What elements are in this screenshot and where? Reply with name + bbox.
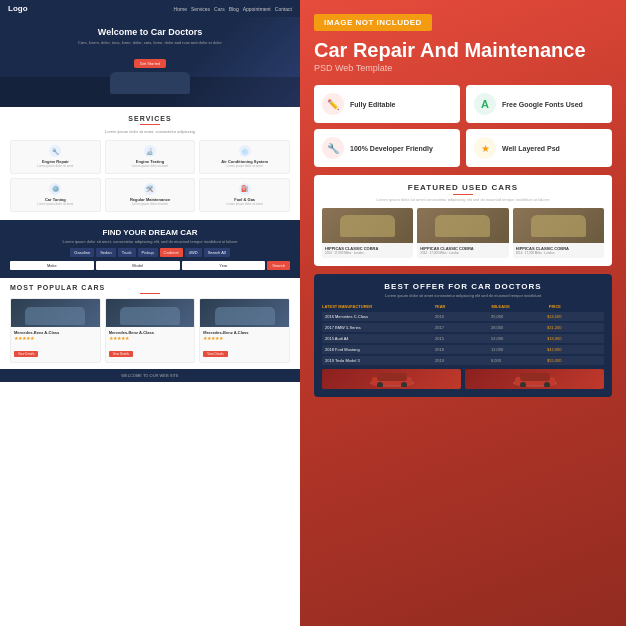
year-select[interactable]: Year — [182, 261, 266, 270]
featured-car-img-3 — [513, 208, 604, 243]
product-title-block: Car Repair And Maintenance PSD Web Templ… — [314, 39, 612, 73]
table-row: 2018 Ford Mustang 2018 12,000 $42,000 — [322, 345, 604, 354]
list-item: ⚙️ Car Tuning Lorem ipsum dolor sit amet — [10, 178, 101, 212]
view-details-button-3[interactable]: View Details — [203, 351, 227, 357]
services-desc: Lorem ipsum dolor sit amet, consectetur … — [10, 129, 290, 134]
layers-icon: ★ — [474, 137, 496, 159]
filter-truck[interactable]: Truck — [118, 248, 136, 257]
offer-year-2: 2017 — [435, 325, 489, 330]
model-select[interactable]: Model — [96, 261, 180, 270]
featured-header: FEATURED USED CARS Lorem ipsum dolor sit… — [322, 183, 604, 202]
filter-sedan[interactable]: Sedan — [96, 248, 116, 257]
car-shape — [110, 72, 190, 94]
offer-model-5: 2019 Tesla Model 3 — [325, 358, 433, 363]
offer-price-2: $31,200 — [547, 325, 601, 330]
site-footer: WELCOME TO OUR WEB SITE — [0, 369, 300, 382]
offer-bottom — [322, 369, 604, 389]
filter-carbinet[interactable]: Carbinet — [160, 248, 183, 257]
offer-table-header: LATEST MANUFACTURER YEAR MILEAGE PRICE — [322, 304, 604, 309]
table-row: HIPPICAS CLASSIC COBRA 2014 · 17,000 Mil… — [417, 208, 508, 258]
table-row: Mercedes-Benz A-Class ★★★★★ View Details — [199, 298, 290, 363]
feature-title-1: Fully Editable — [350, 101, 396, 108]
feature-text-developer: 100% Developer Friendly — [350, 145, 433, 152]
featured-title: FEATURED USED CARS — [322, 183, 604, 192]
offer-year-4: 2018 — [435, 347, 489, 352]
offer-mileage-5: 8,000 — [491, 358, 545, 363]
car-image-2 — [106, 299, 195, 327]
car-image-1 — [11, 299, 100, 327]
find-car-section: FIND YOUR DREAM CAR Lorem ipsum dolor si… — [0, 220, 300, 278]
service-desc: Lorem ipsum dolor sit amet — [15, 165, 96, 169]
edit-icon: ✏️ — [322, 93, 344, 115]
developer-icon: 🔧 — [322, 137, 344, 159]
make-select[interactable]: Make — [10, 261, 94, 270]
filter-gasoline[interactable]: Gasoline — [70, 248, 94, 257]
featured-car-img-2 — [417, 208, 508, 243]
offer-model-3: 2015 Audi A4 — [325, 336, 433, 341]
feature-title-2: Free Google Fonts Used — [502, 101, 583, 108]
search-button[interactable]: Search — [267, 261, 290, 270]
table-row: 2017 BMW 5-Series 2017 28,000 $31,200 — [322, 323, 604, 332]
featured-divider — [453, 194, 473, 195]
testing-icon: 🔬 — [144, 145, 156, 157]
footer-text: WELCOME TO OUR WEB SITE — [4, 373, 296, 378]
featured-car-shape-1 — [340, 215, 395, 237]
featured-car-detail-1: 2014 · 17,000 Miles · London — [325, 251, 410, 255]
site-header: Logo Home Services Cars Blog Appointment… — [0, 0, 300, 17]
car-silhouette — [12, 69, 288, 97]
featured-car-info-1: HIPPICAS CLASSIC COBRA 2014 · 17,000 Mil… — [322, 243, 413, 258]
services-section: SERVICES Lorem ipsum dolor sit amet, con… — [0, 107, 300, 220]
table-row: 2016 Mercedes C-Class 2016 35,000 $24,50… — [322, 312, 604, 321]
car-shape-3 — [215, 307, 275, 325]
hero-section: Welcome to Car Doctors Cars, lorem, dolo… — [0, 17, 300, 107]
car-svg-2 — [510, 371, 560, 387]
offer-model-2: 2017 BMW 5-Series — [325, 325, 433, 330]
table-row: HIPPICAS CLASSIC COBRA 2014 · 17,000 Mil… — [322, 208, 413, 258]
find-car-desc: Lorem ipsum dolor sit amet, consectetur … — [10, 239, 290, 244]
car-image-3 — [200, 299, 289, 327]
fonts-icon: A — [474, 93, 496, 115]
find-car-title: FIND YOUR DREAM CAR — [10, 228, 290, 237]
col-header-year: YEAR — [434, 304, 489, 309]
offer-mileage-1: 35,000 — [491, 314, 545, 319]
offer-mileage-4: 12,000 — [491, 347, 545, 352]
car-stars-1: ★★★★★ — [14, 335, 97, 341]
list-item: ❄️ Air Conditioning System Lorem ipsum d… — [199, 140, 290, 174]
website-preview: Logo Home Services Cars Blog Appointment… — [0, 0, 300, 626]
services-divider — [140, 124, 160, 125]
car-info-1: Mercedes-Benz A-Class ★★★★★ View Details — [11, 327, 100, 362]
best-offer-title: BEST OFFER FOR CAR DOCTORS — [322, 282, 604, 291]
featured-car-detail-3: 2014 · 17,000 Miles · London — [516, 251, 601, 255]
table-row: Mercedes-Benz A-Class ★★★★★ View Details — [105, 298, 196, 363]
hero-cta-button[interactable]: Get Started — [134, 59, 166, 68]
offer-mileage-3: 52,000 — [491, 336, 545, 341]
list-item: 🔧 Engine Repair Lorem ipsum dolor sit am… — [10, 140, 101, 174]
list-item: 🛠️ Regular Maintenance Lorem ipsum dolor… — [105, 178, 196, 212]
table-row: Mercedes-Benz A-Class ★★★★★ View Details — [10, 298, 101, 363]
featured-cars-row: HIPPICAS CLASSIC COBRA 2014 · 17,000 Mil… — [322, 208, 604, 258]
right-content: Car Repair And Maintenance PSD Web Templ… — [300, 39, 626, 411]
popular-divider — [140, 293, 160, 294]
svg-rect-2 — [377, 373, 407, 381]
popular-cars-section: MOST POPULAR CARS Mercedes-Benz A-Class … — [0, 278, 300, 369]
offer-price-3: $18,900 — [547, 336, 601, 341]
fuel-icon: ⛽ — [239, 183, 251, 195]
car-shape-1 — [25, 307, 85, 325]
list-item: ⛽ Fuel & Gas Lorem ipsum dolor sit amet — [199, 178, 290, 212]
car-info-3: Mercedes-Benz A-Class ★★★★★ View Details — [200, 327, 289, 362]
filter-all[interactable]: Search All — [204, 248, 230, 257]
col-header-model: LATEST MANUFACTURER — [322, 304, 432, 309]
view-details-button-1[interactable]: View Details — [14, 351, 38, 357]
featured-preview-section: FEATURED USED CARS Lorem ipsum dolor sit… — [314, 175, 612, 266]
filter-4wd[interactable]: 4WD — [185, 248, 202, 257]
feature-card-editable: ✏️ Fully Editable — [314, 85, 460, 123]
offer-price-4: $42,000 — [547, 347, 601, 352]
offer-model-4: 2018 Ford Mustang — [325, 347, 433, 352]
car-svg-1 — [367, 371, 417, 387]
filter-pickup[interactable]: Pickup — [138, 248, 158, 257]
table-row: 2015 Audi A4 2015 52,000 $18,900 — [322, 334, 604, 343]
view-details-button-2[interactable]: View Details — [109, 351, 133, 357]
offer-price-1: $24,500 — [547, 314, 601, 319]
list-item: 🔬 Engine Testing Lorem ipsum dolor sit a… — [105, 140, 196, 174]
col-header-price: PRICE — [549, 304, 604, 309]
